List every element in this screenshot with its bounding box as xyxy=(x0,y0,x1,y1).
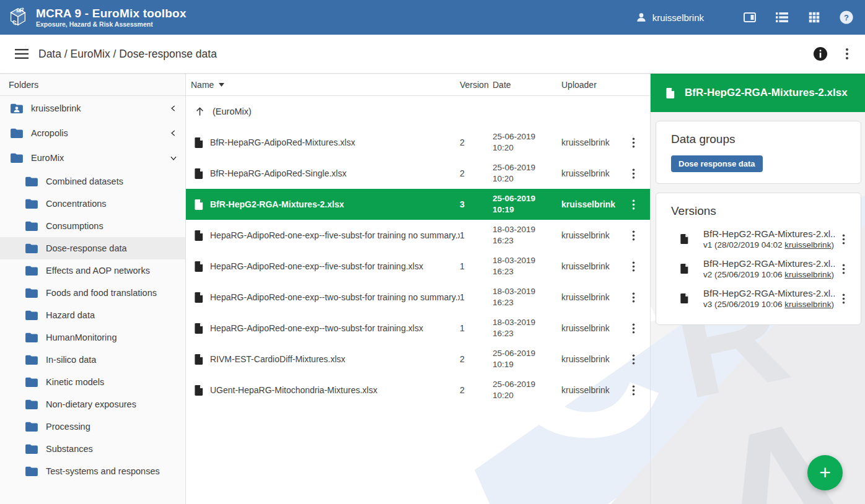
file-icon xyxy=(680,263,690,275)
version-file-name: BfR-HepG2-RGA-Mixtures-2.xl... xyxy=(703,288,835,298)
row-menu-button[interactable] xyxy=(623,230,644,241)
row-menu-button[interactable] xyxy=(623,199,644,210)
column-header-name[interactable]: Name xyxy=(191,80,460,90)
row-menu-button[interactable] xyxy=(623,323,644,334)
version-item[interactable]: BfR-HepG2-RGA-Mixtures-2.xl... v3 (25/06… xyxy=(671,284,852,313)
app-title: MCRA 9 - EuroMix toolbox xyxy=(36,7,187,20)
row-menu-button[interactable] xyxy=(623,137,644,148)
version-uploader-link[interactable]: kruisselbrink xyxy=(784,240,831,250)
sidebar-item-humanmonitoring[interactable]: HumanMonitoring xyxy=(0,326,185,349)
file-icon xyxy=(680,292,690,305)
sort-desc-icon xyxy=(219,83,224,87)
app-subtitle: Exposure, Hazard & Risk Assessment xyxy=(36,20,187,28)
column-header-date[interactable]: Date xyxy=(493,80,561,90)
folder-label: HumanMonitoring xyxy=(46,332,178,342)
page-menu-button[interactable] xyxy=(841,48,853,59)
svg-text:M: M xyxy=(16,8,20,14)
folder-label: Acropolis xyxy=(31,128,169,138)
file-date: 18-03-2019 16:23 xyxy=(493,255,561,277)
file-row[interactable]: BfR-HepG2-RGA-Mixtures-2.xlsx 3 25-06-20… xyxy=(186,189,650,220)
folder-label: In-silico data xyxy=(46,355,178,365)
card-view-button[interactable] xyxy=(742,10,757,25)
folder-label: Test-systems and responses xyxy=(46,466,178,476)
column-header-uploader[interactable]: Uploader xyxy=(561,80,623,90)
version-meta: v1 (28/02/2019 04:02 kruisselbrink) xyxy=(703,240,835,250)
folder-icon xyxy=(25,332,38,343)
folders-header: Folders xyxy=(0,74,185,96)
folder-icon xyxy=(25,376,38,388)
column-header-version[interactable]: Version xyxy=(460,80,493,90)
sidebar-item-combined-datasets[interactable]: Combined datasets xyxy=(0,170,185,193)
sidebar-item-dose-response-data[interactable]: Dose-response data xyxy=(0,237,185,259)
app-title-block: MCRA 9 - EuroMix toolbox Exposure, Hazar… xyxy=(36,7,187,28)
chevron-left-icon xyxy=(169,129,178,137)
svg-text:C: C xyxy=(12,19,17,27)
version-meta: v2 (25/06/2019 10:06 kruisselbrink) xyxy=(703,270,835,279)
folder-label: Non-dietary exposures xyxy=(46,399,178,409)
breadcrumb[interactable]: Data / EuroMix / Dose-response data xyxy=(38,48,217,61)
file-row[interactable]: RIVM-EST-CardioDiff-Mixtures.xlsx 2 25-0… xyxy=(186,344,650,375)
top-app-bar: C R M MCRA 9 - EuroMix toolbox Exposure,… xyxy=(0,0,865,35)
parent-folder-row[interactable]: (EuroMix) xyxy=(186,96,650,127)
row-menu-button[interactable] xyxy=(623,261,644,272)
sidebar-item-kinetic-models[interactable]: Kinetic models xyxy=(0,371,185,393)
file-row[interactable]: HepaRG-AdipoRed-one-exp--two-subst-for t… xyxy=(186,282,650,313)
row-menu-button[interactable] xyxy=(623,385,644,396)
user-menu[interactable]: kruisselbrink xyxy=(635,11,704,24)
folder-icon xyxy=(25,265,38,276)
sidebar-item-effects-and-aop-networks[interactable]: Effects and AOP networks xyxy=(0,259,185,282)
sidebar-item-euromix[interactable]: EuroMix xyxy=(0,146,185,170)
kebab-icon xyxy=(842,293,845,304)
row-menu-button[interactable] xyxy=(623,292,644,303)
info-button[interactable] xyxy=(813,46,828,61)
menu-icon[interactable] xyxy=(15,49,29,59)
svg-text:?: ? xyxy=(844,13,849,22)
version-item[interactable]: BfR-HepG2-RGA-Mixtures-2.xl... v1 (28/02… xyxy=(671,224,852,254)
version-menu-button[interactable] xyxy=(835,234,852,245)
sidebar-item-test-systems-and-responses[interactable]: Test-systems and responses xyxy=(0,460,185,482)
sidebar-item-consumptions[interactable]: Consumptions xyxy=(0,215,185,237)
file-row[interactable]: BfR-HepaRG-AdipoRed-Mixtures.xlsx 2 25-0… xyxy=(186,127,650,158)
version-item[interactable]: BfR-HepG2-RGA-Mixtures-2.xl... v2 (25/06… xyxy=(671,254,852,284)
file-detail-panel: BfR-HepG2-RGA-Mixtures-2.xlsx Data group… xyxy=(651,74,865,504)
sidebar-item-kruisselbrink[interactable]: kruisselbrink xyxy=(0,96,185,121)
version-uploader-link[interactable]: kruisselbrink xyxy=(784,270,831,279)
version-file-name: BfR-HepG2-RGA-Mixtures-2.xl... xyxy=(703,258,835,269)
card-view-icon xyxy=(742,10,757,25)
apps-grid-button[interactable] xyxy=(807,10,822,25)
folder-icon xyxy=(25,198,38,209)
list-view-icon xyxy=(775,10,789,25)
kebab-icon xyxy=(632,292,635,303)
list-view-button[interactable] xyxy=(775,10,789,25)
version-uploader-link[interactable]: kruisselbrink xyxy=(784,300,831,309)
file-name: HepaRG-AdipoRed-one-exp--two-subst-for t… xyxy=(210,292,460,302)
sidebar-item-substances[interactable]: Substances xyxy=(0,438,185,460)
row-menu-button[interactable] xyxy=(623,168,644,179)
file-date: 18-03-2019 16:23 xyxy=(493,224,561,246)
add-file-button[interactable]: + xyxy=(807,455,843,490)
file-row[interactable]: UGent-HepaRG-Mitochondria-Mixtures.xlsx … xyxy=(186,375,650,406)
sidebar-item-non-dietary-exposures[interactable]: Non-dietary exposures xyxy=(0,393,185,415)
file-uploader: kruisselbrink xyxy=(561,199,623,209)
folders-sidebar: Folders kruisselbrink Acropo xyxy=(0,74,186,504)
file-row[interactable]: HepaRG-AdipoRed-one-exp--five-subst-for … xyxy=(186,220,650,251)
version-menu-button[interactable] xyxy=(835,293,852,304)
sidebar-item-in-silico-data[interactable]: In-silico data xyxy=(0,349,185,371)
help-button[interactable]: ? xyxy=(839,10,854,25)
file-icon xyxy=(194,198,204,211)
data-groups-card: Data groups Dose response data xyxy=(656,121,861,184)
sidebar-item-acropolis[interactable]: Acropolis xyxy=(0,121,185,146)
sidebar-item-processing[interactable]: Processing xyxy=(0,415,185,438)
sidebar-item-foods-and-food-translations[interactable]: Foods and food translations xyxy=(0,282,185,304)
folder-label: Processing xyxy=(46,422,178,432)
file-row[interactable]: HepaRG-AdipoRed-one-exp--two-subst-for t… xyxy=(186,313,650,344)
folder-icon xyxy=(25,220,38,232)
version-menu-button[interactable] xyxy=(835,264,852,274)
file-row[interactable]: HepaRG-AdipoRed-one-exp--five-subst-for … xyxy=(186,251,650,282)
row-menu-button[interactable] xyxy=(623,354,644,365)
sidebar-item-concentrations[interactable]: Concentrations xyxy=(0,193,185,215)
file-date: 25-06-2019 10:20 xyxy=(493,131,561,154)
versions-card: Versions BfR-HepG2-RGA-Mixtures-2.xl... … xyxy=(656,193,861,325)
sidebar-item-hazard-data[interactable]: Hazard data xyxy=(0,304,185,326)
file-row[interactable]: BfR-HepaRG-AdipoRed-Single.xlsx 2 25-06-… xyxy=(186,158,650,189)
